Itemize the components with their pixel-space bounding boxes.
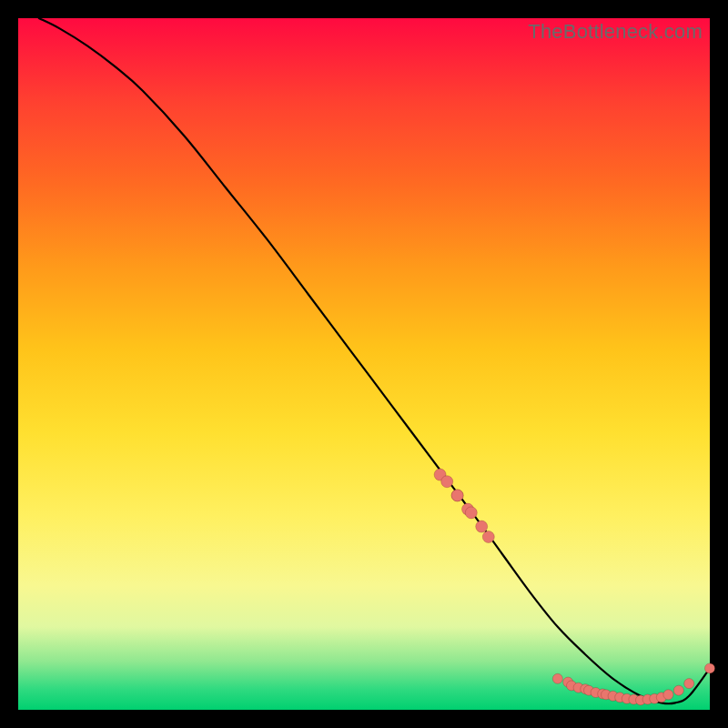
data-point [441,476,453,488]
scatter-upper [434,469,494,542]
chart-area: TheBottleneck.com [18,18,710,710]
chart-svg [18,18,710,710]
data-point [451,490,463,501]
data-point [465,507,477,519]
data-point [705,663,715,673]
data-point [673,685,683,695]
scatter-lower [552,663,714,705]
data-point [663,690,673,700]
bottleneck-curve [39,18,710,703]
data-point [552,673,562,683]
data-point [482,531,494,543]
data-point [476,521,488,532]
data-point [684,679,694,689]
